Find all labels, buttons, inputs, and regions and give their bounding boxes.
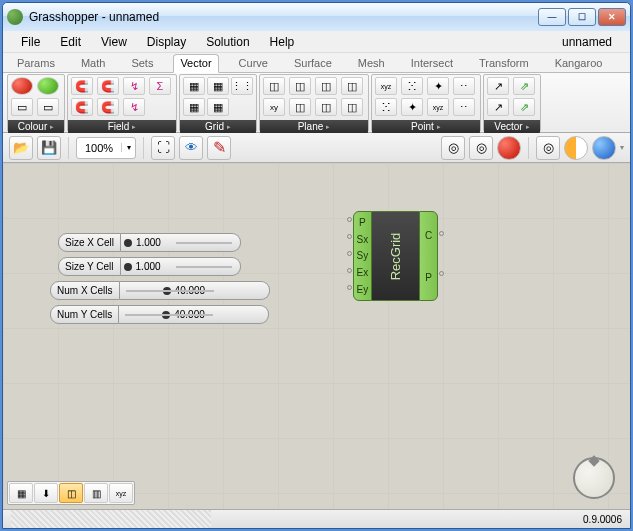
component-name: RecGrid — [388, 232, 403, 280]
plane-icon[interactable]: ◫ — [315, 98, 337, 116]
tab-curve[interactable]: Curve — [233, 55, 274, 72]
shade-icon[interactable] — [497, 136, 521, 160]
tab-vector[interactable]: Vector — [173, 54, 218, 73]
shade-icon[interactable]: ◎ — [469, 136, 493, 160]
tab-intersect[interactable]: Intersect — [405, 55, 459, 72]
point-icon[interactable]: ⋅⋅ — [453, 77, 475, 95]
output-port[interactable]: P — [425, 272, 432, 283]
colour-icon[interactable]: ▭ — [37, 98, 59, 116]
shade-dropdown[interactable] — [592, 136, 616, 160]
colour-icon[interactable] — [11, 77, 33, 95]
menu-file[interactable]: File — [11, 32, 50, 52]
display-mode-button[interactable]: ⬇ — [34, 483, 58, 503]
input-port[interactable]: Ey — [356, 284, 368, 295]
preview-button[interactable]: 👁 — [179, 136, 203, 160]
point-icon[interactable]: ⋅⋅ — [453, 98, 475, 116]
vector-icon[interactable]: ⇗ — [513, 98, 535, 116]
field-icon[interactable]: Σ — [149, 77, 171, 95]
save-button[interactable]: 💾 — [37, 136, 61, 160]
grid-icon[interactable]: ▦ — [183, 98, 205, 116]
zoom-extents-button[interactable]: ⛶ — [151, 136, 175, 160]
display-mode-button[interactable]: ▦ — [9, 483, 33, 503]
point-icon[interactable]: ⵘ — [375, 98, 397, 116]
input-port[interactable]: P — [359, 217, 366, 228]
maximize-button[interactable]: ☐ — [568, 8, 596, 26]
panel-label[interactable]: Point — [372, 120, 480, 134]
plane-icon[interactable]: ◫ — [289, 98, 311, 116]
point-icon[interactable]: ✦ — [401, 98, 423, 116]
component-recgrid[interactable]: P Sx Sy Ex Ey RecGrid C P — [353, 211, 438, 301]
panel-grid: ▦ ▦ ⋮⋮ ▦ ▦ Grid — [179, 74, 257, 132]
vector-icon[interactable]: ↗ — [487, 77, 509, 95]
panel-field: 🧲 🧲 ↯ Σ 🧲 🧲 ↯ Field — [67, 74, 177, 132]
colour-icon[interactable] — [37, 77, 59, 95]
plane-icon[interactable]: ◫ — [263, 77, 285, 95]
field-icon[interactable]: 🧲 — [71, 77, 93, 95]
display-mode-button[interactable]: ▥ — [84, 483, 108, 503]
slider-size-y[interactable]: Size Y Cell 1.000 — [58, 257, 248, 276]
vector-icon[interactable]: ↗ — [487, 98, 509, 116]
open-button[interactable]: 📂 — [9, 136, 33, 160]
input-port[interactable]: Ex — [356, 267, 368, 278]
grid-icon[interactable]: ⋮⋮ — [231, 77, 253, 95]
shade-icon[interactable]: ◎ — [536, 136, 560, 160]
version-label: 0.9.0006 — [583, 514, 622, 525]
panel-label[interactable]: Grid — [180, 120, 256, 134]
point-icon[interactable]: xyz — [427, 98, 449, 116]
tab-transform[interactable]: Transform — [473, 55, 535, 72]
slider-size-x[interactable]: Size X Cell 1.000 — [58, 233, 248, 252]
panel-label[interactable]: Field — [68, 120, 176, 134]
input-port[interactable]: Sx — [356, 234, 368, 245]
field-icon[interactable]: 🧲 — [71, 98, 93, 116]
field-icon[interactable]: ↯ — [123, 77, 145, 95]
shade-icon[interactable]: ◎ — [441, 136, 465, 160]
menu-view[interactable]: View — [91, 32, 137, 52]
tab-surface[interactable]: Surface — [288, 55, 338, 72]
tab-mesh[interactable]: Mesh — [352, 55, 391, 72]
display-mode-button[interactable]: xyz — [109, 483, 133, 503]
input-port[interactable]: Sy — [356, 250, 368, 261]
field-icon[interactable]: ↯ — [123, 98, 145, 116]
canvas-toolbar: 📂 💾 100%▾ ⛶ 👁 ✎ ◎ ◎ ◎ ▾ — [3, 133, 630, 163]
slider-num-y[interactable]: Num Y Cells 40.000 — [50, 305, 270, 324]
vector-icon[interactable]: ⇗ — [513, 77, 535, 95]
field-icon[interactable]: 🧲 — [97, 98, 119, 116]
plane-icon[interactable]: xy — [263, 98, 285, 116]
display-mode-button[interactable]: ◫ — [59, 483, 83, 503]
menu-edit[interactable]: Edit — [50, 32, 91, 52]
shade-icon[interactable] — [564, 136, 588, 160]
panel-label[interactable]: Vector — [484, 120, 540, 134]
grid-icon[interactable]: ▦ — [207, 98, 229, 116]
menu-display[interactable]: Display — [137, 32, 196, 52]
field-icon[interactable]: 🧲 — [97, 77, 119, 95]
plane-icon[interactable]: ◫ — [315, 77, 337, 95]
point-icon[interactable]: xyz — [375, 77, 397, 95]
point-icon[interactable]: ⵘ — [401, 77, 423, 95]
canvas[interactable]: Size X Cell 1.000 Size Y Cell 1.000 Num … — [3, 163, 630, 510]
menu-solution[interactable]: Solution — [196, 32, 259, 52]
point-icon[interactable]: ✦ — [427, 77, 449, 95]
tab-math[interactable]: Math — [75, 55, 111, 72]
compass-icon[interactable] — [573, 457, 615, 499]
minimize-button[interactable]: — — [538, 8, 566, 26]
output-port[interactable]: C — [425, 230, 432, 241]
panel-label[interactable]: Colour — [8, 120, 64, 134]
colour-icon[interactable]: ▭ — [11, 98, 33, 116]
tab-sets[interactable]: Sets — [125, 55, 159, 72]
sketch-button[interactable]: ✎ — [207, 136, 231, 160]
menu-help[interactable]: Help — [260, 32, 305, 52]
close-button[interactable]: ✕ — [598, 8, 626, 26]
grid-icon[interactable]: ▦ — [207, 77, 229, 95]
ribbon: ▭ ▭ Colour 🧲 🧲 ↯ Σ 🧲 🧲 ↯ Field ▦ ▦ ⋮⋮ — [3, 73, 630, 133]
tab-params[interactable]: Params — [11, 55, 61, 72]
slider-num-x[interactable]: Num X Cells 40.000 — [50, 281, 270, 300]
plane-icon[interactable]: ◫ — [289, 77, 311, 95]
panel-plane: ◫ ◫ ◫ ◫ xy ◫ ◫ ◫ Plane — [259, 74, 369, 132]
grid-icon[interactable]: ▦ — [183, 77, 205, 95]
canvas-grid — [3, 163, 630, 509]
plane-icon[interactable]: ◫ — [341, 77, 363, 95]
panel-label[interactable]: Plane — [260, 120, 368, 134]
zoom-dropdown[interactable]: 100%▾ — [76, 137, 136, 159]
tab-kangaroo[interactable]: Kangaroo — [549, 55, 609, 72]
plane-icon[interactable]: ◫ — [341, 98, 363, 116]
